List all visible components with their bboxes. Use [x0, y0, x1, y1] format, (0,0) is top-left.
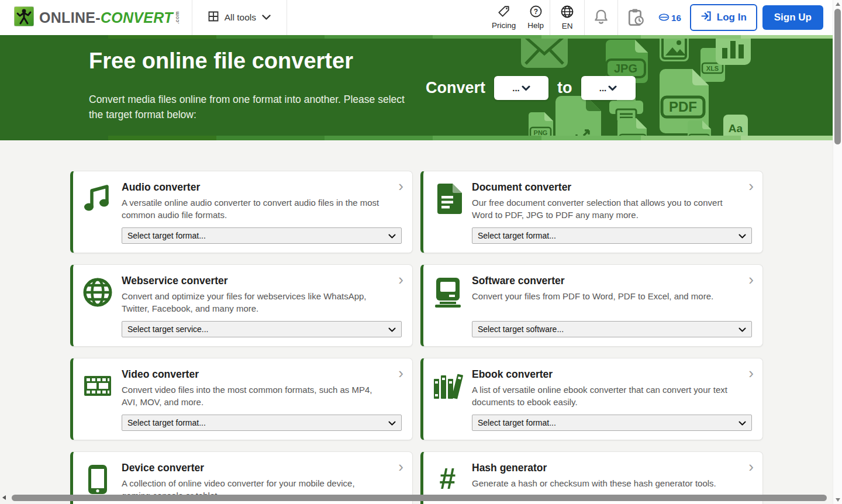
chevron-right-icon[interactable]: › — [748, 459, 754, 474]
all-tools-menu[interactable]: All tools — [192, 0, 287, 35]
login-button[interactable]: Log In — [690, 4, 757, 31]
scroll-down-arrow[interactable] — [836, 498, 840, 502]
price-tag-icon — [498, 5, 510, 19]
pricing-link[interactable]: Pricing — [486, 0, 522, 35]
converter-card-ebook[interactable]: Ebook converter A list of versatile onli… — [420, 358, 763, 440]
pricing-label: Pricing — [492, 21, 516, 30]
notifications-button[interactable] — [585, 0, 617, 35]
clipboard-clock-icon — [627, 8, 644, 28]
horizontal-scrollbar-thumb[interactable] — [12, 495, 827, 501]
bar-chart-icon — [716, 35, 751, 65]
svg-text:PDF: PDF — [669, 99, 697, 115]
to-label: to — [557, 79, 572, 97]
signup-button[interactable]: Sign Up — [762, 5, 823, 30]
globe-icon — [73, 275, 122, 337]
chevron-down-icon — [739, 325, 746, 334]
chevron-down-icon — [739, 418, 746, 427]
audio-target-format-select[interactable]: Select target format... — [122, 227, 402, 244]
convert-to-select[interactable]: ... — [581, 76, 636, 100]
horizontal-scrollbar[interactable] — [0, 494, 833, 502]
all-tools-label: All tools — [225, 12, 256, 23]
language-selector[interactable]: EN — [550, 0, 584, 35]
convert-from-select[interactable]: ... — [494, 76, 548, 100]
chevron-down-icon — [388, 418, 396, 427]
converter-card-video[interactable]: Video converter Convert video files into… — [70, 358, 413, 440]
card-title: Document converter — [472, 181, 752, 194]
select-value: Select target software... — [478, 325, 564, 334]
video-target-format-select[interactable]: Select target format... — [122, 415, 402, 431]
converter-card-audio[interactable]: Audio converter A versatile online audio… — [70, 171, 413, 253]
card-description: Our free document converter selection th… — [472, 196, 752, 221]
webservice-target-service-select[interactable]: Select target service... — [122, 321, 402, 337]
books-icon — [423, 368, 472, 431]
svg-text:JPG: JPG — [614, 62, 637, 75]
chevron-right-icon[interactable]: › — [398, 272, 403, 287]
chevron-down-icon — [388, 325, 396, 334]
select-value: Select target format... — [478, 418, 556, 427]
logo-wordmark: ONLINE-CONVERT.com — [39, 9, 180, 26]
select-value: Select target format... — [127, 231, 206, 240]
hero-gradient-band-bottom — [0, 136, 833, 140]
card-title: Software converter — [472, 275, 752, 287]
software-target-select[interactable]: Select target software... — [472, 321, 752, 337]
ebook-target-format-select[interactable]: Select target format... — [472, 415, 752, 431]
converter-card-document[interactable]: Document converter Our free document con… — [420, 171, 763, 253]
svg-text:Aa: Aa — [729, 122, 743, 134]
vertical-scrollbar[interactable] — [833, 0, 842, 504]
quick-convert-bar: Convert ... to ... — [426, 76, 636, 100]
credits-badge[interactable]: 16 — [653, 13, 686, 23]
help-link[interactable]: ? Help — [522, 0, 550, 35]
chevron-right-icon[interactable]: › — [748, 272, 754, 287]
history-clipboard-button[interactable] — [618, 0, 653, 35]
signup-label: Sign Up — [774, 12, 812, 23]
card-title: Hash generator — [472, 462, 752, 474]
card-description: A list of versatile online ebook convert… — [472, 384, 752, 408]
chevron-right-icon[interactable]: › — [398, 178, 403, 194]
document-target-format-select[interactable]: Select target format... — [472, 227, 752, 244]
chevron-right-icon[interactable]: › — [748, 178, 754, 194]
login-arrow-icon — [700, 11, 712, 25]
scroll-left-arrow[interactable] — [2, 495, 6, 500]
top-navbar: ONLINE-CONVERT.com All tools Pricing ? H… — [0, 0, 833, 35]
credits-count: 16 — [671, 13, 681, 23]
converter-card-webservice[interactable]: Webservice converter Convert and optimiz… — [70, 264, 413, 347]
chevron-down-icon — [608, 83, 617, 93]
chevron-down-icon — [739, 231, 746, 240]
question-circle-icon: ? — [530, 5, 542, 19]
converter-grid: Audio converter A versatile online audio… — [70, 171, 764, 504]
card-title: Webservice converter — [122, 275, 402, 287]
music-note-icon — [73, 181, 122, 244]
converter-card-software[interactable]: Software converter Convert your files fr… — [420, 264, 763, 347]
site-logo[interactable]: ONLINE-CONVERT.com — [14, 6, 180, 29]
language-label: EN — [562, 22, 573, 30]
card-description: Convert video files into the most common… — [122, 384, 402, 408]
help-label: Help — [527, 21, 544, 30]
vertical-scrollbar-thumb[interactable] — [834, 9, 841, 144]
card-description: Convert and optimize your files for webs… — [122, 290, 402, 315]
page-title: Free online file converter — [89, 49, 353, 74]
convert-to-value: ... — [599, 83, 607, 93]
chevron-right-icon[interactable]: › — [398, 365, 403, 381]
coin-icon — [658, 13, 670, 23]
card-title: Audio converter — [122, 181, 402, 194]
email-icon — [521, 35, 568, 69]
bell-icon — [593, 9, 609, 26]
hero-banner: JPG XLS PDF PNG DOCX TIFF Aa Free online… — [0, 35, 833, 140]
scroll-up-arrow[interactable] — [836, 2, 840, 6]
film-strip-icon — [73, 368, 122, 431]
hero-gradient-band-top — [0, 35, 833, 39]
chevron-right-icon[interactable]: › — [398, 459, 403, 474]
hero-subtitle: Convert media files online from one form… — [89, 92, 408, 122]
logo-icon — [14, 6, 34, 29]
document-icon — [423, 181, 472, 244]
select-value: Select target format... — [478, 231, 556, 240]
card-title: Device converter — [122, 462, 402, 474]
login-label: Log In — [717, 12, 747, 23]
chevron-down-icon — [388, 231, 396, 240]
convert-from-value: ... — [512, 83, 520, 93]
card-title: Ebook converter — [472, 368, 752, 381]
chevron-right-icon[interactable]: › — [748, 365, 754, 381]
convert-label: Convert — [426, 79, 485, 97]
card-description: Convert your files from PDF to Word, PDF… — [472, 290, 752, 302]
card-title: Video converter — [122, 368, 402, 381]
